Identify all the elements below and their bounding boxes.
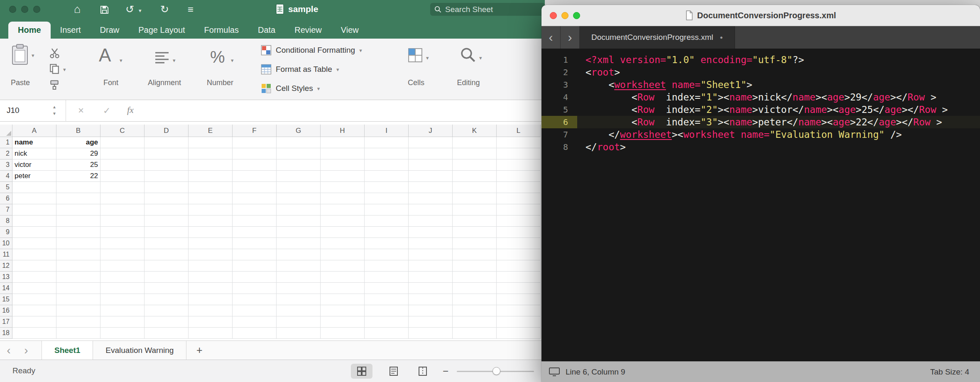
row-header-2[interactable]: 2 (0, 148, 12, 159)
cell-E17[interactable] (189, 316, 233, 328)
cell-I15[interactable] (365, 294, 409, 305)
cell-E13[interactable] (189, 272, 233, 283)
cell-I1[interactable] (365, 137, 409, 148)
cell-H1[interactable] (321, 137, 365, 148)
undo-icon[interactable]: ↺ (125, 4, 134, 15)
code-text-4[interactable]: <Row index="1"><name>nick</name><age>29<… (577, 91, 936, 103)
copy-caret-icon[interactable]: ▾ (63, 67, 66, 72)
cell-L17[interactable] (497, 316, 541, 328)
editor-minimize-button[interactable] (561, 12, 568, 19)
zoom-button[interactable] (33, 6, 40, 13)
cell-C7[interactable] (100, 204, 145, 215)
cell-A17[interactable] (12, 316, 56, 328)
ribbon-tab-page-layout[interactable]: Page Layout (129, 22, 194, 39)
cell-J10[interactable] (409, 238, 453, 249)
page-layout-view-button[interactable] (383, 364, 404, 379)
cell-F17[interactable] (233, 316, 277, 328)
cell-E3[interactable] (189, 159, 233, 171)
cell-D14[interactable] (145, 283, 189, 294)
line-number-1[interactable]: 1 (541, 54, 577, 66)
cell-K14[interactable] (453, 283, 497, 294)
cell-C10[interactable] (100, 238, 145, 249)
cell-C8[interactable] (100, 215, 145, 227)
alignment-caret-icon[interactable]: ▾ (173, 58, 176, 63)
cell-D7[interactable] (145, 204, 189, 215)
cell-C1[interactable] (100, 137, 145, 148)
cell-F7[interactable] (233, 204, 277, 215)
row-header-17[interactable]: 17 (0, 316, 12, 328)
code-line-5[interactable]: 5 <Row index="2"><name>victor</name><age… (541, 103, 980, 116)
cell-B8[interactable] (56, 215, 100, 227)
column-header-D[interactable]: D (145, 125, 189, 137)
cell-F8[interactable] (233, 215, 277, 227)
cell-B12[interactable] (56, 260, 100, 272)
close-button[interactable] (9, 6, 16, 13)
cell-H10[interactable] (321, 238, 365, 249)
cell-I13[interactable] (365, 272, 409, 283)
cell-C5[interactable] (100, 182, 145, 193)
column-header-C[interactable]: C (100, 125, 145, 137)
cell-J6[interactable] (409, 193, 453, 204)
cell-G17[interactable] (277, 316, 321, 328)
cell-K18[interactable] (453, 328, 497, 339)
number-caret-icon[interactable]: ▾ (231, 58, 234, 63)
row-header-1[interactable]: 1 (0, 137, 12, 148)
display-icon[interactable] (549, 367, 560, 377)
cell-K6[interactable] (453, 193, 497, 204)
cell-J9[interactable] (409, 227, 453, 238)
cell-L1[interactable] (497, 137, 541, 148)
cell-G5[interactable] (277, 182, 321, 193)
cell-H8[interactable] (321, 215, 365, 227)
cell-K10[interactable] (453, 238, 497, 249)
alignment-button[interactable] (154, 51, 169, 66)
cell-I16[interactable] (365, 305, 409, 316)
insert-function-icon[interactable]: fx (127, 105, 134, 115)
cell-D3[interactable] (145, 159, 189, 171)
next-sheet-icon[interactable]: › (17, 341, 35, 360)
cell-E4[interactable] (189, 171, 233, 182)
cell-J14[interactable] (409, 283, 453, 294)
cell-D11[interactable] (145, 249, 189, 260)
editor-tab[interactable]: DocumentConversionProgress.xml ● (580, 26, 735, 49)
cell-B10[interactable] (56, 238, 100, 249)
cell-I18[interactable] (365, 328, 409, 339)
undo-caret-icon[interactable]: ▾ (139, 7, 142, 14)
cell-K8[interactable] (453, 215, 497, 227)
cell-K15[interactable] (453, 294, 497, 305)
cell-C11[interactable] (100, 249, 145, 260)
cell-L18[interactable] (497, 328, 541, 339)
cell-K9[interactable] (453, 227, 497, 238)
add-sheet-button[interactable]: + (186, 341, 212, 360)
cell-B3[interactable]: 25 (56, 159, 100, 171)
cell-H13[interactable] (321, 272, 365, 283)
name-box-stepper[interactable]: ▲ ▼ (52, 104, 56, 117)
cell-B13[interactable] (56, 272, 100, 283)
cell-J7[interactable] (409, 204, 453, 215)
cell-I6[interactable] (365, 193, 409, 204)
cell-B9[interactable] (56, 227, 100, 238)
cell-J17[interactable] (409, 316, 453, 328)
cell-G1[interactable] (277, 137, 321, 148)
cell-D6[interactable] (145, 193, 189, 204)
conditional-formatting-button[interactable]: Conditional Formatting ▾ (261, 44, 362, 57)
cell-E5[interactable] (189, 182, 233, 193)
cell-G2[interactable] (277, 148, 321, 159)
minimize-button[interactable] (21, 6, 28, 13)
cell-K13[interactable] (453, 272, 497, 283)
cell-E11[interactable] (189, 249, 233, 260)
cell-A6[interactable] (12, 193, 56, 204)
cell-L16[interactable] (497, 305, 541, 316)
cell-H12[interactable] (321, 260, 365, 272)
line-number-7[interactable]: 7 (541, 128, 577, 141)
cell-B11[interactable] (56, 249, 100, 260)
code-area[interactable]: 1<?xml version="1.0" encoding="utf-8"?>2… (541, 49, 980, 361)
cut-button[interactable] (49, 48, 60, 61)
code-text-1[interactable]: <?xml version="1.0" encoding="utf-8"?> (577, 54, 804, 66)
cell-I12[interactable] (365, 260, 409, 272)
cell-C4[interactable] (100, 171, 145, 182)
ribbon-tab-home[interactable]: Home (8, 22, 51, 39)
cell-A5[interactable] (12, 182, 56, 193)
cell-L12[interactable] (497, 260, 541, 272)
cell-G15[interactable] (277, 294, 321, 305)
cell-E16[interactable] (189, 305, 233, 316)
